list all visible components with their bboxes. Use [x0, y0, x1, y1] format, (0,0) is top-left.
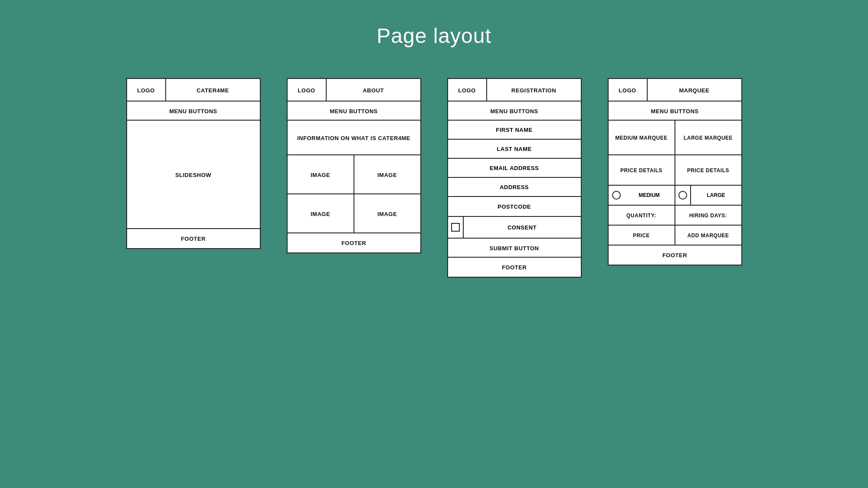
wf3-form-area: FIRST NAME LAST NAME EMAIL ADDRESS ADDRE… — [448, 121, 581, 217]
wf4-large-marquee: LARGE MARQUEE — [675, 121, 741, 155]
wf4-radio-large-btn[interactable] — [675, 185, 691, 205]
wf4-medium-marquee: MEDIUM MARQUEE — [609, 121, 675, 155]
wf1-slideshow: SLIDESHOW — [127, 121, 260, 229]
wf4-radio-large-label: LARGE — [691, 185, 741, 205]
wf4-menu: MENU BUTTONS — [609, 102, 741, 121]
wf2-images-row2: IMAGE IMAGE — [288, 194, 420, 233]
wf3-header: LOGO REGISTRATION — [448, 79, 581, 102]
wf3-footer: FOOTER — [448, 258, 581, 277]
wf2-image4: IMAGE — [354, 194, 420, 233]
wf4-hiring-days-label[interactable]: HIRING DAYS: — [675, 206, 741, 226]
wireframe-registration: LOGO REGISTRATION MENU BUTTONS FIRST NAM… — [447, 78, 582, 278]
wf2-footer: FOOTER — [288, 233, 420, 252]
wf2-image1: IMAGE — [288, 155, 354, 194]
wf2-info-label: INFORMATION ON WHAT IS CATER4ME — [288, 121, 420, 155]
wf2-images-row1: IMAGE IMAGE — [288, 155, 420, 194]
radio-circle-medium-icon — [612, 191, 621, 200]
wireframe-marquee: LOGO MARQUEE MENU BUTTONS MEDIUM MARQUEE… — [608, 78, 742, 265]
wf1-site-title: CATER4ME — [166, 79, 260, 102]
wf3-field-lastname: LAST NAME — [448, 140, 581, 159]
wf3-menu: MENU BUTTONS — [448, 102, 581, 121]
radio-circle-large-icon — [678, 191, 687, 200]
wf3-submit-row: SUBMIT BUTTON — [448, 239, 581, 258]
wf4-price: PRICE — [609, 226, 675, 246]
wf4-price-row: PRICE DETAILS PRICE DETAILS — [609, 155, 741, 186]
wf4-radio-medium-label: MEDIUM — [624, 185, 675, 205]
wf4-input-row: QUANTITY: HIRING DAYS: — [609, 206, 741, 226]
consent-box-icon — [451, 223, 460, 232]
wf1-menu: MENU BUTTONS — [127, 102, 260, 121]
wf2-image3: IMAGE — [288, 194, 354, 233]
wf2-site-title: ABOUT — [327, 79, 420, 102]
wf4-menu-label: MENU BUTTONS — [609, 102, 741, 121]
wf3-field-firstname: FIRST NAME — [448, 121, 581, 140]
page-title: Page layout — [377, 24, 491, 48]
wf4-footer: FOOTER — [609, 246, 741, 265]
wireframe-about: LOGO ABOUT MENU BUTTONS INFORMATION ON W… — [287, 78, 421, 253]
wf4-radio-row: MEDIUM LARGE — [609, 186, 741, 206]
wf1-footer-label: FOOTER — [127, 229, 260, 248]
wf4-logo: LOGO — [609, 79, 648, 102]
wf3-consent-label: CONSENT — [464, 224, 581, 231]
wf2-header: LOGO ABOUT — [288, 79, 420, 102]
wf4-add-marquee-button[interactable]: ADD MARQUEE — [675, 226, 741, 246]
wf2-image2: IMAGE — [354, 155, 420, 194]
wf3-submit-button[interactable]: SUBMIT BUTTON — [448, 239, 581, 258]
wf2-menu: MENU BUTTONS — [288, 102, 420, 121]
wf1-slideshow-label: SLIDESHOW — [127, 121, 260, 229]
wf1-logo: LOGO — [127, 79, 166, 102]
wf1-footer: FOOTER — [127, 229, 260, 248]
wf3-logo: LOGO — [448, 79, 487, 102]
wf2-info: INFORMATION ON WHAT IS CATER4ME — [288, 121, 420, 155]
wf3-menu-label: MENU BUTTONS — [448, 102, 581, 121]
wf1-menu-label: MENU BUTTONS — [127, 102, 260, 121]
wf4-price-details-1: PRICE DETAILS — [609, 155, 675, 186]
wf4-header: LOGO MARQUEE — [609, 79, 741, 102]
wf3-field-postcode: POSTCODE — [448, 197, 581, 216]
wf4-quantity-label[interactable]: QUANTITY: — [609, 206, 675, 226]
wf4-action-row: PRICE ADD MARQUEE — [609, 226, 741, 246]
wf2-footer-label: FOOTER — [288, 233, 420, 252]
wf1-header: LOGO CATER4ME — [127, 79, 260, 102]
wf3-consent-checkbox[interactable] — [448, 216, 464, 238]
wf4-site-title: MARQUEE — [648, 79, 741, 102]
wf2-logo: LOGO — [288, 79, 327, 102]
wf4-price-details-2: PRICE DETAILS — [675, 155, 741, 186]
wf4-radio-medium-btn[interactable] — [609, 185, 624, 205]
wf4-footer-label: FOOTER — [609, 246, 741, 265]
wireframe-home: LOGO CATER4ME MENU BUTTONS SLIDESHOW FOO… — [126, 78, 261, 249]
wf3-field-address: ADDRESS — [448, 178, 581, 197]
wf3-site-title: REGISTRATION — [487, 79, 581, 102]
wireframes-container: LOGO CATER4ME MENU BUTTONS SLIDESHOW FOO… — [126, 78, 742, 278]
wf3-field-email: EMAIL ADDRESS — [448, 159, 581, 178]
wf4-marquee-options: MEDIUM MARQUEE LARGE MARQUEE — [609, 121, 741, 155]
wf2-menu-label: MENU BUTTONS — [288, 102, 420, 121]
wf3-consent-row: CONSENT — [448, 217, 581, 239]
wf3-footer-label: FOOTER — [448, 258, 581, 277]
